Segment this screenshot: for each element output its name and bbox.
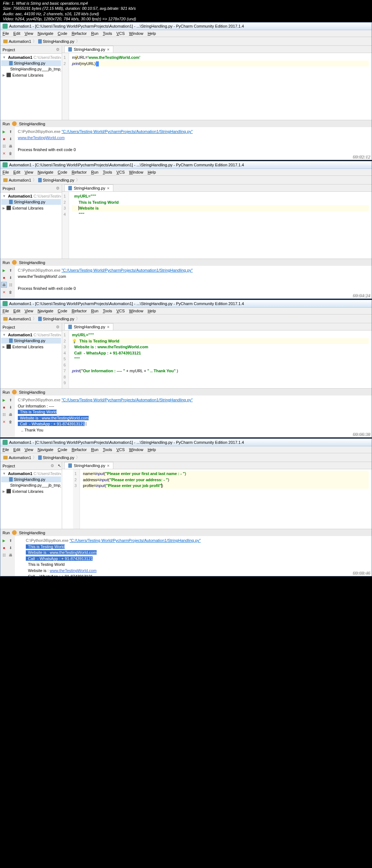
tree-file[interactable]: StringHandling.py___jb_tmp_ <box>1 66 61 72</box>
close-tab-icon[interactable]: × <box>107 186 109 190</box>
folder-icon <box>3 40 8 43</box>
window-title: Automation1 - [C:\Users\Testing World\Py… <box>9 24 244 28</box>
menu-navigate[interactable]: Navigate <box>37 31 53 36</box>
menu-code[interactable]: Code <box>58 31 67 36</box>
menu-edit[interactable]: Edit <box>13 31 20 36</box>
tree-root[interactable]: ▼Automation1 C:\Users\Testing W <box>1 54 61 60</box>
stop-icon[interactable]: ■ <box>1 136 7 142</box>
menu-help[interactable]: Help <box>147 31 156 36</box>
run-console[interactable]: C:\Python36\python.exe "C:/Users/Testing… <box>15 266 372 299</box>
editor-tab[interactable]: StringHandling.py× <box>64 462 113 469</box>
console-toolbar: ▶⬆ ■⬇ ☷🖶 ✕🗑 <box>0 127 15 160</box>
run-label: Run <box>3 122 10 126</box>
trash-icon[interactable]: 🗑 <box>8 150 13 156</box>
pycharm-icon <box>3 24 8 29</box>
window-titlebar[interactable]: Automation1 - [C:\Users\Testing World\Py… <box>0 300 372 308</box>
menu-bar[interactable]: FileEditViewNavigateCodeRefactorRunTools… <box>0 446 372 453</box>
gear-icon[interactable]: ⚙ <box>56 47 60 52</box>
run-console[interactable]: C:\Python36\python.exe "C:/Users/Testing… <box>15 536 372 576</box>
code-editor[interactable]: 1234 myURL=""" This is Testing World Web… <box>62 192 372 259</box>
menu-bar[interactable]: FileEditViewNavigateCodeRefactorRunTools… <box>0 169 372 176</box>
project-tool-header[interactable]: Project⚙ <box>0 46 62 54</box>
menu-bar[interactable]: FileEditViewNavigateCodeRefactorRunTools… <box>0 308 372 315</box>
run-console[interactable]: C:\Python36\python.exe "C:/Users/Testing… <box>15 127 372 160</box>
mouse-cursor-icon: ↖ <box>58 463 61 468</box>
layout-icon[interactable]: ☷ <box>1 143 7 149</box>
up-icon[interactable]: ⬆ <box>8 129 13 134</box>
run-config-icon <box>12 121 17 126</box>
video-timestamp: 00:04:24 <box>352 292 370 298</box>
window-titlebar[interactable]: Automation1 - [C:\Users\Testing World\Py… <box>0 161 372 169</box>
tree-external-libs[interactable]: ▶⬛External Libraries <box>1 205 61 211</box>
menu-bar[interactable]: File Edit View Navigate Code Refactor Ru… <box>0 30 372 37</box>
menu-run[interactable]: Run <box>91 31 98 36</box>
rerun-icon[interactable]: ▶ <box>1 129 7 134</box>
breadcrumb: Automation1〉StringHandling.py〉 <box>0 315 372 323</box>
run-console[interactable]: C:\Python36\python.exe "C:/Users/Testing… <box>15 396 372 437</box>
code-editor[interactable]: 123 name=input("Please enter your first … <box>62 469 372 529</box>
project-tool-header[interactable]: Project⚙ <box>0 184 62 192</box>
editor-tab[interactable]: StringHandling.py× <box>64 323 113 330</box>
pycharm-icon <box>3 162 8 167</box>
code-editor[interactable]: 12 myURL='www.theTestingWorld.com' print… <box>62 53 372 120</box>
breadcrumb: Automation1〉StringHandling.py〉 <box>0 453 372 462</box>
video-timestamp: 00:08:46 <box>352 570 370 576</box>
tree-root[interactable]: ▼Automation1 C:\Users\Testing W <box>1 193 61 199</box>
menu-file[interactable]: File <box>3 31 9 36</box>
menu-tools[interactable]: Tools <box>103 31 112 36</box>
menu-view[interactable]: View <box>25 31 33 36</box>
down-icon[interactable]: ⬇ <box>8 136 13 142</box>
editor-tab[interactable]: StringHandling.py× <box>64 184 113 191</box>
close-icon[interactable]: ✕ <box>1 150 7 156</box>
breadcrumb: Automation1〉StringHandling.py〉 <box>0 176 372 184</box>
video-timestamp: 00:06:38 <box>352 431 370 437</box>
menu-window[interactable]: Window <box>129 31 143 36</box>
print-icon[interactable]: 🖶 <box>8 143 13 149</box>
text-cursor-icon: 𝙸 <box>85 422 88 426</box>
window-titlebar[interactable]: Automation1 - [C:\Users\Testing World\Py… <box>0 439 372 446</box>
menu-vcs[interactable]: VCS <box>117 31 125 36</box>
close-tab-icon[interactable]: × <box>107 47 109 52</box>
tree-file-selected[interactable]: StringHandling.py <box>1 199 61 205</box>
print-icon[interactable]: 🖶 <box>1 282 7 288</box>
console-toolbar: ▶⬆ ■⬇ 🖶☷ ✕🗑 <box>0 266 15 299</box>
tree-file-selected[interactable]: StringHandling.py <box>1 60 61 66</box>
code-editor[interactable]: 123456789 myURL=""" 💡 This is Testing Wo… <box>62 330 372 388</box>
video-timestamp: 00:02:12 <box>352 154 370 159</box>
window-titlebar[interactable]: Automation1 - [C:\Users\Testing World\Py… <box>0 23 372 30</box>
text-cursor <box>96 61 99 66</box>
menu-refactor[interactable]: Refactor <box>72 31 87 36</box>
python-file-icon <box>38 39 42 44</box>
breadcrumb: Automation1 〉 StringHandling.py 〉 <box>0 37 372 46</box>
tree-external-libs[interactable]: ▶⬛External Libraries <box>1 72 61 78</box>
editor-tab[interactable]: StringHandling.py× <box>64 46 113 53</box>
file-info-header: File: 1. What is String and basic operat… <box>0 0 372 22</box>
